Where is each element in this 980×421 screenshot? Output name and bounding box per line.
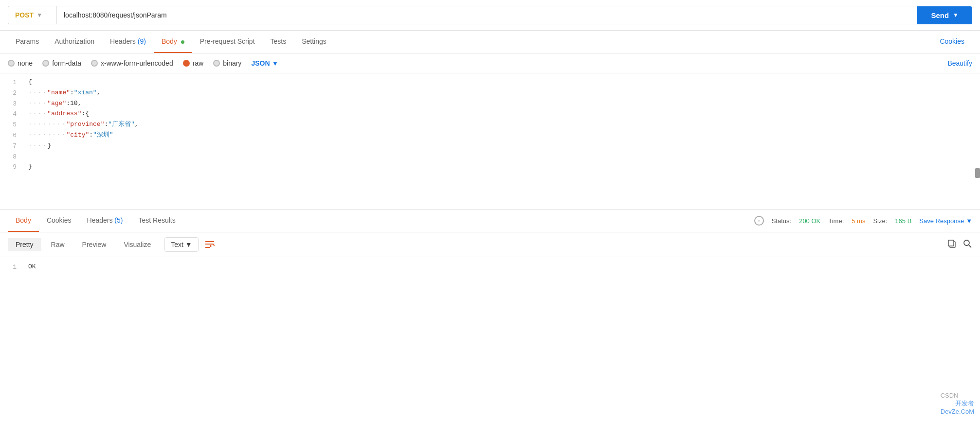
beautify-button[interactable]: Beautify — [947, 59, 972, 67]
line-content-9: } — [24, 162, 980, 172]
size-value: 165 B — [895, 217, 911, 225]
url-input[interactable] — [56, 6, 917, 24]
response-tabs: Body Cookies Headers (5) Test Results ○ … — [0, 210, 980, 232]
code-line-9: 9 } — [0, 162, 980, 173]
send-button[interactable]: Send ▼ — [917, 6, 972, 24]
send-chevron-icon: ▼ — [953, 12, 959, 18]
line-num-4: 4 — [0, 109, 24, 120]
line-num-6: 6 — [0, 130, 24, 141]
option-none[interactable]: none — [8, 59, 33, 67]
response-tab-body[interactable]: Body — [8, 210, 39, 232]
tab-prerequest[interactable]: Pre-request Script — [192, 31, 263, 53]
response-status: ○ Status: 200 OK Time: 5 ms Size: 165 B … — [754, 216, 972, 226]
text-type-select[interactable]: Text ▼ — [164, 237, 199, 252]
radio-urlencoded — [91, 60, 98, 67]
body-dot — [181, 40, 184, 44]
code-line-6: 6 ········"city":"深圳" — [0, 130, 980, 141]
json-chevron-icon: ▼ — [272, 59, 279, 67]
line-num-8: 8 — [0, 152, 24, 162]
radio-none — [8, 60, 15, 67]
code-line-2: 2 ····"name":"xian", — [0, 88, 980, 99]
code-line-7: 7 ····} — [0, 141, 980, 152]
code-line-5: 5 ········"province":"广东省", — [0, 120, 980, 130]
copy-icon[interactable] — [947, 239, 957, 251]
save-response-button[interactable]: Save Response ▼ — [919, 217, 972, 225]
line-num-3: 3 — [0, 99, 24, 109]
response-tab-cookies[interactable]: Cookies — [39, 210, 79, 232]
json-type-select[interactable]: JSON ▼ — [251, 59, 278, 67]
send-label: Send — [931, 11, 949, 19]
request-tabs: Params Authorization Headers (9) Body Pr… — [0, 31, 980, 53]
globe-icon: ○ — [754, 216, 764, 226]
line-content-6: ········"city":"深圳" — [24, 130, 980, 140]
format-tab-raw[interactable]: Raw — [43, 238, 73, 251]
response-tab-testresults[interactable]: Test Results — [130, 210, 183, 232]
svg-line-6 — [969, 245, 971, 247]
time-value: 5 ms — [852, 217, 865, 225]
response-code: 1 OK — [0, 257, 980, 278]
line-num-1: 1 — [0, 77, 24, 88]
tab-headers[interactable]: Headers (9) — [102, 31, 154, 53]
save-chevron-icon: ▼ — [966, 217, 972, 225]
code-line-3: 3 ····"age":10, — [0, 99, 980, 109]
method-chevron-icon: ▼ — [36, 12, 42, 18]
tab-body[interactable]: Body — [154, 31, 192, 53]
response-line-num-1: 1 — [0, 262, 24, 273]
status-label: Status: — [772, 217, 791, 225]
radio-form-data — [42, 60, 49, 67]
method-select[interactable]: POST ▼ — [8, 6, 56, 24]
line-content-5: ········"province":"广东省", — [24, 120, 980, 130]
time-label: Time: — [828, 217, 844, 225]
format-tab-preview[interactable]: Preview — [74, 238, 114, 251]
format-bar: Pretty Raw Preview Visualize Text ▼ — [0, 232, 980, 257]
line-content-7: ····} — [24, 141, 980, 151]
option-raw[interactable]: raw — [183, 59, 204, 67]
tab-authorization[interactable]: Authorization — [47, 31, 102, 53]
format-right-actions — [947, 239, 972, 251]
response-line-content-1: OK — [24, 262, 980, 272]
line-content-3: ····"age":10, — [24, 99, 980, 109]
line-num-5: 5 — [0, 120, 24, 130]
code-line-1: 1 { — [0, 77, 980, 88]
body-options: none form-data x-www-form-urlencoded raw… — [0, 53, 980, 73]
tab-cookies-right[interactable]: Cookies — [932, 31, 972, 53]
size-label: Size: — [873, 217, 887, 225]
tab-params[interactable]: Params — [8, 31, 47, 53]
status-value: 200 OK — [799, 217, 820, 225]
response-line-1: 1 OK — [0, 262, 980, 273]
line-num-7: 7 — [0, 141, 24, 152]
text-chevron-icon: ▼ — [185, 241, 192, 248]
svg-rect-4 — [948, 240, 954, 246]
tab-settings[interactable]: Settings — [294, 31, 334, 53]
response-area: Body Cookies Headers (5) Test Results ○ … — [0, 210, 980, 278]
option-urlencoded[interactable]: x-www-form-urlencoded — [91, 59, 173, 67]
option-binary[interactable]: binary — [213, 59, 241, 67]
option-form-data[interactable]: form-data — [42, 59, 81, 67]
svg-point-5 — [964, 240, 969, 246]
line-num-9: 9 — [0, 162, 24, 173]
scrollbar[interactable] — [975, 168, 980, 178]
response-headers-badge: (5) — [114, 216, 123, 224]
line-num-2: 2 — [0, 88, 24, 99]
headers-badge: (9) — [138, 37, 146, 45]
url-bar: POST ▼ Send ▼ — [0, 0, 980, 31]
radio-raw — [183, 60, 190, 67]
code-line-8: 8 — [0, 152, 980, 162]
line-content-2: ····"name":"xian", — [24, 88, 980, 98]
radio-binary — [213, 60, 220, 67]
method-label: POST — [15, 11, 34, 19]
response-tab-headers[interactable]: Headers (5) — [79, 210, 131, 232]
wrap-icon[interactable] — [200, 237, 219, 252]
search-icon[interactable] — [962, 239, 972, 251]
format-tab-pretty[interactable]: Pretty — [8, 238, 41, 251]
format-tab-visualize[interactable]: Visualize — [116, 238, 159, 251]
tab-tests[interactable]: Tests — [263, 31, 294, 53]
line-content-1: { — [24, 77, 980, 88]
code-editor[interactable]: 1 { 2 ····"name":"xian", 3 ····"age":10,… — [0, 73, 980, 210]
line-content-4: ····"address":{ — [24, 109, 980, 119]
code-line-4: 4 ····"address":{ — [0, 109, 980, 120]
